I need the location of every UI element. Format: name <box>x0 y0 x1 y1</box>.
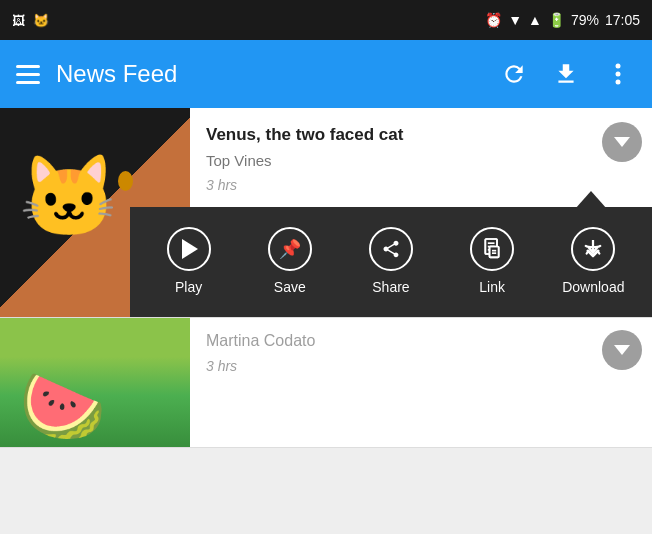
save-menu-item[interactable]: 📌 Save <box>255 227 325 295</box>
link-icon-button <box>470 227 514 271</box>
share-icon-button <box>369 227 413 271</box>
play-menu-item[interactable]: Play <box>154 227 224 295</box>
battery-icon: 🔋 <box>548 12 565 28</box>
context-menu: Play 📌 Save Share <box>130 207 652 317</box>
feed-item-2-content: Martina Codato 3 hrs <box>190 318 652 447</box>
feed-item-1-title: Venus, the two faced cat <box>206 124 602 146</box>
clock: 17:05 <box>605 12 640 28</box>
play-label: Play <box>175 279 202 295</box>
save-label: Save <box>274 279 306 295</box>
feed-item-2-thumbnail[interactable] <box>0 318 190 447</box>
feed-item-2: Martina Codato 3 hrs <box>0 318 652 448</box>
feed-item-2-author: Martina Codato <box>206 332 602 350</box>
svg-point-1 <box>616 72 621 77</box>
app-bar: News Feed <box>0 40 652 108</box>
download-icon-button <box>571 227 615 271</box>
page-title: News Feed <box>56 60 480 88</box>
feed-item-2-time: 3 hrs <box>206 358 602 374</box>
more-button[interactable] <box>600 56 636 92</box>
app-icon: 🐱 <box>33 13 49 28</box>
feed-item-1-dropdown[interactable] <box>602 122 642 162</box>
wifi-icon: ▼ <box>508 12 522 28</box>
status-right: ⏰ ▼ ▲ 🔋 79% 17:05 <box>485 12 640 28</box>
watermelon-image <box>0 318 190 447</box>
alarm-icon: ⏰ <box>485 12 502 28</box>
share-menu-item[interactable]: Share <box>356 227 426 295</box>
signal-icon: ▲ <box>528 12 542 28</box>
feed-item-1-source: Top Vines <box>206 152 602 169</box>
link-menu-item[interactable]: Link <box>457 227 527 295</box>
share-label: Share <box>372 279 409 295</box>
download-label: Download <box>562 279 624 295</box>
pin-icon: 📌 <box>279 238 301 260</box>
status-left: 🖼 🐱 <box>12 13 49 28</box>
menu-button[interactable] <box>16 65 40 84</box>
refresh-button[interactable] <box>496 56 532 92</box>
feed-item-2-dropdown[interactable] <box>602 330 642 370</box>
link-label: Link <box>479 279 505 295</box>
svg-point-0 <box>616 64 621 69</box>
download-menu-item[interactable]: Download <box>558 227 628 295</box>
play-icon-button <box>167 227 211 271</box>
gallery-icon: 🖼 <box>12 13 25 28</box>
feed-item-1: Venus, the two faced cat Top Vines 3 hrs… <box>0 108 652 318</box>
play-triangle-icon <box>182 239 198 259</box>
content-area: Venus, the two faced cat Top Vines 3 hrs… <box>0 108 652 534</box>
download-header-button[interactable] <box>548 56 584 92</box>
status-bar: 🖼 🐱 ⏰ ▼ ▲ 🔋 79% 17:05 <box>0 0 652 40</box>
feed-item-1-time: 3 hrs <box>206 177 602 193</box>
battery-percent: 79% <box>571 12 599 28</box>
svg-rect-8 <box>490 247 499 258</box>
save-icon-button: 📌 <box>268 227 312 271</box>
svg-point-2 <box>616 80 621 85</box>
